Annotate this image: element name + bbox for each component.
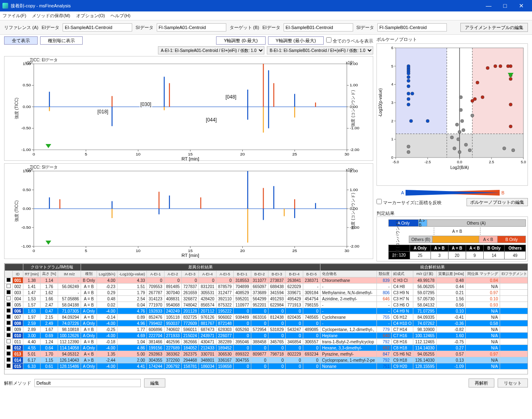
svg-point-174 xyxy=(457,137,460,141)
si-label-b: SIデータ xyxy=(356,25,374,31)
svg-text:-1.00: -1.00 xyxy=(21,148,31,152)
table-row[interactable]: 0021.411.7656.06249A = B-0.231.517095538… xyxy=(5,284,528,290)
table-row[interactable]: 0011.381.14-B Only4.004.3300000318553311… xyxy=(5,277,528,284)
svg-text:30: 30 xyxy=(345,152,349,156)
svg-point-168 xyxy=(509,77,512,81)
svg-point-163 xyxy=(481,96,484,99)
reset-button[interactable]: リセット xyxy=(498,378,528,387)
svg-text:30: 30 xyxy=(345,249,349,253)
show-all-labels-checkbox[interactable]: 全てのラベルを表示 xyxy=(326,37,373,44)
si-label-a: SIデータ xyxy=(135,25,153,31)
svg-point-171 xyxy=(459,108,462,112)
table-row[interactable]: 0031.471.62-A = B0.291.79267787307040261… xyxy=(5,290,528,296)
svg-text:3: 3 xyxy=(391,101,393,105)
svg-point-186 xyxy=(407,145,410,148)
reference-a-label: リファレンス (A) xyxy=(4,25,38,31)
svg-text:-1.00: -1.00 xyxy=(21,244,31,248)
table-row[interactable]: 0156.330.61128.15486A Only-4.004.4117424… xyxy=(5,363,528,369)
legend-a: A xyxy=(401,190,404,195)
svg-point-159 xyxy=(507,65,510,68)
svg-text:RT [min]: RT [min] xyxy=(181,157,199,161)
minimize-button[interactable]: — xyxy=(480,0,497,11)
alignment-edit-button[interactable]: アライメントテーブルの編集 xyxy=(460,23,528,32)
volcano-chart[interactable]: -5.0-2.50.02.55.00123456Log2(B/A)-Log10(… xyxy=(376,43,528,186)
ei-exp-left: x10⁷ xyxy=(25,61,33,65)
close-button[interactable]: ✕ xyxy=(513,0,530,11)
results-table-wrap[interactable]: クロマトグラム/IM情報 差異分析結果 統合解析結果 ID RT [min]高さ… xyxy=(4,263,528,374)
table-row[interactable]: 0103.000.69100.12626A Only-4.004.6922270… xyxy=(5,333,528,339)
svg-text:-2.5: -2.5 xyxy=(424,160,431,164)
menu-help[interactable]: ヘルプ(H) xyxy=(110,13,130,19)
svg-text:1.00: 1.00 xyxy=(349,83,358,87)
svg-text:-0.50: -0.50 xyxy=(21,225,31,230)
ei-label-a: EIデータ xyxy=(42,25,59,31)
si-a-input[interactable] xyxy=(157,23,226,32)
svg-text:15: 15 xyxy=(188,249,193,253)
method-input[interactable] xyxy=(34,379,141,387)
reanalyze-button[interactable]: 再解析 xyxy=(469,378,494,387)
ei-exp-right: x10⁷ xyxy=(346,61,354,65)
svg-text:0: 0 xyxy=(33,152,35,156)
ann-044: [044] xyxy=(205,117,218,123)
svg-text:10: 10 xyxy=(136,249,141,253)
table-row[interactable]: 0092.891.6798.10818A = B-0.251.776068967… xyxy=(5,327,528,333)
table-row[interactable]: 0071.972.1584.09294A = B-0.140.898524761… xyxy=(5,314,528,320)
table-row[interactable]: 0051.572.4758.04188A = B0.020.0477197095… xyxy=(5,302,528,308)
reference-toolbar: リファレンス (A) EIデータ SIデータ ターゲット (B) EIデータ S… xyxy=(0,20,532,35)
table-row[interactable]: 0114.401.24112.12390A = B-0.181.04381466… xyxy=(5,339,528,345)
ticc-si-chart[interactable]: TICC: SIデータ 強度 (TICC) 強度 (コンパウンド) x10⁶ x… xyxy=(4,163,373,259)
menu-method[interactable]: メソッドの保存(M) xyxy=(32,13,70,19)
ei-a-input[interactable] xyxy=(63,23,132,32)
svg-text:RT [min]: RT [min] xyxy=(181,253,199,258)
series-a-select[interactable]: A-EI-1: EI-SampleA01-Centroid / EI+(eiFi… xyxy=(158,46,264,54)
svg-point-180 xyxy=(460,119,464,123)
svg-point-183 xyxy=(471,114,474,117)
svg-point-162 xyxy=(486,66,489,70)
table-row[interactable]: 0082.592.4974.07226A Only-4.004.96799402… xyxy=(5,320,528,327)
yadjust-min-button[interactable]: Y軸調整 (最小-最大) xyxy=(268,36,324,45)
show-by-type-button[interactable]: 種別毎に表示 xyxy=(40,36,83,45)
table-row[interactable]: 0124.550.64114.14058A Only-4.004.8619915… xyxy=(5,345,528,351)
si-exp-left: x10⁶ xyxy=(25,168,33,172)
view-controls: 全て表示 種別毎に表示 Y軸調整 (0-最大) Y軸調整 (最小-最大) 全ての… xyxy=(4,36,373,45)
ei-ylabel-right: 強度 (コンパウンド) xyxy=(350,90,356,126)
svg-point-178 xyxy=(468,149,471,152)
svg-text:25: 25 xyxy=(292,249,297,253)
ann-030: [030] xyxy=(140,101,152,107)
judge-count-table: A OnlyA > BA = BA < BB OnlyOthers 計: 120… xyxy=(388,245,526,259)
si-b-input[interactable] xyxy=(377,23,447,32)
edit-button[interactable]: 編集 xyxy=(144,378,165,387)
svg-point-184 xyxy=(503,147,506,150)
series-b-select[interactable]: B-EI-1: EI-SampleB01-Centroid / EI+(eiFi… xyxy=(267,46,373,54)
show-all-button[interactable]: 全て表示 xyxy=(4,36,38,45)
marker-area-checkbox[interactable]: マーカーサイズに面積を反映 xyxy=(376,199,442,206)
yadjust-0-button[interactable]: Y軸調整 (0-最大) xyxy=(216,36,266,45)
svg-point-165 xyxy=(476,81,479,84)
ei-ylabel-left: 強度 (TICC) xyxy=(14,98,20,119)
menu-option[interactable]: オプション(O) xyxy=(76,13,105,19)
ei-b-input[interactable] xyxy=(284,23,353,32)
table-row[interactable]: 0061.830.4771.07305A Only-4.004.76192833… xyxy=(5,308,528,314)
svg-text:20: 20 xyxy=(240,152,245,156)
maximize-button[interactable]: □ xyxy=(497,0,513,11)
svg-point-152 xyxy=(407,92,410,95)
judge-title: 判定結果 xyxy=(376,210,528,216)
svg-text:Log2(B/A): Log2(B/A) xyxy=(450,165,469,170)
table-row[interactable]: 0146.171.15126.14043A > B-2.442.00304355… xyxy=(5,357,528,363)
menu-file[interactable]: ファイル(F) xyxy=(2,13,26,19)
svg-point-155 xyxy=(411,92,414,95)
table-row[interactable]: 0135.011.7094.05312A < B1.355.0029286338… xyxy=(5,351,528,357)
svg-text:1: 1 xyxy=(391,137,393,141)
results-table[interactable]: クロマトグラム/IM情報 差異分析結果 統合解析結果 ID RT [min]高さ… xyxy=(5,264,528,369)
svg-point-169 xyxy=(509,103,512,106)
svg-marker-109 xyxy=(45,241,51,245)
svg-point-179 xyxy=(450,136,453,139)
svg-point-156 xyxy=(409,119,413,123)
app-icon xyxy=(2,3,8,9)
svg-point-160 xyxy=(499,65,502,68)
volcano-edit-button[interactable]: ボルケーノプロットの編集 xyxy=(467,198,528,206)
ticc-ei-chart[interactable]: TICC: EIデータ 強度 (TICC) 強度 (コンパウンド) x10⁷ x… xyxy=(4,56,373,161)
judge-box: 強度 (コンパウンド) A Only A > B Others (A) A = … xyxy=(376,216,528,261)
table-row[interactable]: 0041.531.6657.05886A = B0.482.5431412340… xyxy=(5,296,528,302)
svg-point-161 xyxy=(494,65,497,68)
